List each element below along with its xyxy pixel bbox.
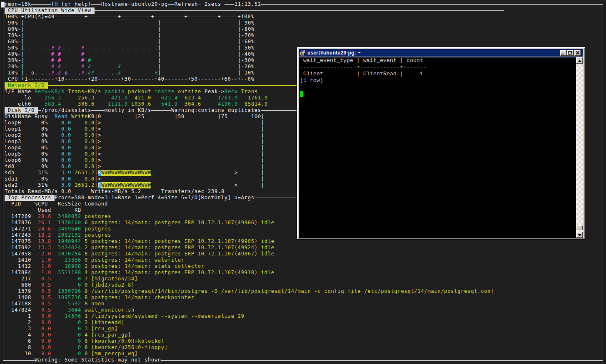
scroll-up-button[interactable] [576, 57, 583, 64]
putty-window[interactable]: user@ubuntu20-pg: ~ wait_event_type | wa… [297, 47, 585, 240]
putty-cursor [300, 91, 303, 97]
nmon-row-54: 6 0.0 06 [kworker/0:0H-kblockd] [0, 338, 606, 344]
nmon-row-51: 2 0.0 02 [kthreadd] [0, 319, 606, 326]
down-arrow-icon [578, 234, 581, 236]
nmon-row-4: 80%-|||-80% [0, 26, 606, 32]
nmon-row-3: 90%-|||-90% [0, 20, 606, 26]
nmon-row-0: nmon16k[H for help]Hostname=ubuntu20-pgR… [0, 1, 606, 7]
putty-terminal-content[interactable]: wait_event_type | wait_event | count----… [299, 57, 576, 238]
putty-row-0: wait_event_type | wait_event | count [300, 57, 423, 64]
close-icon [576, 51, 580, 55]
up-arrow-icon [578, 60, 581, 62]
close-button[interactable] [574, 50, 581, 56]
nmon-row-39: 14709213.334240242 postgres: 14/main: po… [0, 245, 606, 251]
nmon-row-50: 1 0.0 143761 /lib/systemd/systemd --syst… [0, 313, 606, 319]
maximize-icon [568, 51, 572, 54]
nmon-row-52: 3 0.0 03 [rcu_gp] [0, 326, 606, 332]
putty-icon [300, 50, 307, 56]
scrollbar-thumb[interactable] [576, 225, 583, 230]
nmon-row-45: 680 0.5 00 [jbd2/sda2-8] [0, 282, 606, 288]
nmon-terminal-screen: nmon16k[H for help]Hostname=ubuntu20-pgR… [0, 0, 606, 364]
nmon-row-42: 1412 1.0 189082 postgres: 14/main: stats… [0, 263, 606, 270]
nmon-row-56: 10 0.0 00 [mm_percpu_wq] [0, 351, 606, 357]
nmon-row-6: 60%-|||-60% [0, 39, 606, 45]
nmon-row-2: 100%-+CPU(s)=40---------+---------+-----… [0, 14, 606, 20]
putty-title: user@ubuntu20-pg: ~ [307, 50, 361, 56]
nmon-row-53: 4 0.0 04 [rcu_par_gp] [0, 332, 606, 338]
nmon-row-46: 1379 0.513307969 /usr/lib/postgresql/14/… [0, 288, 606, 295]
nmon-row-49: 147824 0.5 3644wait_monitor.sh [0, 307, 606, 313]
minimize-button[interactable] [560, 50, 567, 56]
putty-row-3: (1 row) [300, 77, 323, 84]
nmon-row-41: 1410 1.0 233360 postgres: 14/main: walwr… [0, 257, 606, 263]
nmon-row-57: Warning: Some Statistics may not shown [0, 357, 606, 363]
nmon-row-48: 147188 0.5 55928 nmon [0, 301, 606, 307]
nmon-row-43: 147084 1.035211884 postgres: 14/main: po… [0, 270, 606, 276]
putty-row-1: -----------------+------------+------- [300, 64, 426, 71]
nmon-row-47: 1408 0.510957168 postgres: 14/main: chec… [0, 295, 606, 301]
putty-scrollbar[interactable] [576, 57, 583, 238]
minimize-icon [561, 54, 564, 54]
nmon-row-5: 70%-|||-70% [0, 32, 606, 39]
putty-titlebar[interactable]: user@ubuntu20-pg: ~ [299, 49, 583, 57]
maximize-button[interactable] [567, 50, 574, 56]
nmon-row-40: 147058 2.030307848 postgres: 14/main: po… [0, 251, 606, 257]
scroll-down-button[interactable] [576, 232, 583, 238]
putty-row-2: Client | ClientRead | 1 [300, 71, 423, 77]
nmon-row-44: 217 0.5 07 [migration/34] [0, 276, 606, 282]
nmon-row-1: CPU Utilisation Wide View [0, 7, 606, 14]
nmon-row-55: 8 0.0 08 [kworker/u256:0-floppy] [0, 344, 606, 351]
